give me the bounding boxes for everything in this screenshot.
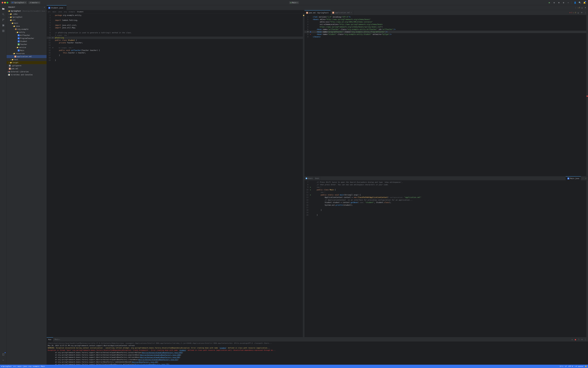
right-top-editor: 1<?xml version="1.0" encoding="UTF-8"?> …	[305, 15, 588, 176]
tree-item-resources[interactable]: ▾ 📁 resources	[7, 52, 47, 55]
more-console[interactable]: ⋮	[584, 338, 587, 341]
editor-tabs-actions: ⋮ ⚠3 ▲ ▼	[573, 5, 588, 10]
tree-item-org-example[interactable]: ▾ 📦 org.example	[7, 28, 47, 31]
left-scrollbar[interactable]	[303, 14, 305, 337]
tree-item-target[interactable]: ▶ 📁 target	[7, 61, 47, 64]
scroll-down-btn[interactable]: ▼	[584, 6, 587, 9]
close-student-tab[interactable]: ✕	[64, 7, 65, 9]
editor-tabs: S Student.java ✕ ⋮ ⚠3 ▲ ▼	[47, 5, 588, 10]
activity-icon-bookmarks[interactable]	[1, 352, 6, 357]
tree-item-entity[interactable]: ▾ 📁 entity	[7, 31, 47, 34]
tree-item-src[interactable]: ▾ 📁 src	[7, 19, 47, 22]
tree-item-teacher[interactable]: I Teacher	[7, 43, 47, 46]
clear-console[interactable]: ⊡	[580, 338, 584, 341]
tab-main-java[interactable]: M Main.java	[566, 176, 581, 180]
tree-item-scratches[interactable]: ▶ 📝 Scratches and Consoles	[7, 73, 47, 76]
title-bar: ST SpringTest ▾ ⎇ master ▾ ▶ Main ▾ ▶ ⚙ …	[0, 0, 588, 5]
project-name-button[interactable]: ST SpringTest ▾	[10, 1, 27, 4]
tab-student-java[interactable]: S Student.java ✕	[47, 5, 67, 10]
sub-tab-bean[interactable]: bean	[314, 176, 320, 180]
tree-item-springtest-dir[interactable]: ▶ 📁 SpringTest	[7, 16, 47, 19]
tab-application-xml[interactable]: X application.xml ✕	[331, 10, 353, 15]
editor-split: src › main › java › org › example › Stud…	[47, 10, 588, 337]
build-button[interactable]: ⚙	[552, 1, 556, 5]
tree-item-application-xml[interactable]: X application.xml	[7, 55, 47, 58]
error-badge: ⊗ 1	[569, 12, 572, 14]
right-menu-btn[interactable]: ⋮	[584, 11, 587, 14]
bottom-tab-main[interactable]: Main ✕	[53, 337, 62, 341]
main-scrollbar[interactable]	[586, 180, 588, 337]
run-config-button[interactable]: ▶ Main ▾	[289, 1, 299, 4]
svg-line-1	[4, 15, 4, 15]
tree-item-service[interactable]: ▾ 📁 service	[7, 46, 47, 49]
activity-icon-folder[interactable]	[1, 6, 6, 11]
scroll-up-right[interactable]: ▲	[577, 11, 580, 14]
svg-rect-10	[2, 31, 3, 32]
traffic-lights	[2, 2, 8, 3]
main-java-code[interactable]: 7 // Press Shift twice to open the Searc…	[305, 180, 588, 337]
main-layout: ⋯ Project ▾ ▾ 📁 SpringTest ~/Desktop/CS/…	[0, 5, 588, 365]
minimize-button[interactable]	[4, 2, 6, 3]
close-button[interactable]	[2, 2, 3, 3]
right-scrollbar[interactable]	[586, 15, 588, 176]
run-button[interactable]: ▶	[548, 1, 551, 5]
tree-item-springtest-root[interactable]: ▾ 📁 SpringTest ~/Desktop/CS/JavaEE/2 Jav…	[7, 9, 47, 13]
tree-item-student[interactable]: C Student	[7, 40, 47, 43]
activity-icon-search[interactable]	[1, 12, 6, 17]
status-indent[interactable]: ⇥ 4 spaces	[575, 366, 583, 367]
user-icon[interactable]: 👤	[573, 1, 577, 5]
search-everywhere-button[interactable]: ⊞	[557, 1, 561, 5]
console-line-3: WARNING: Exception encountered during co…	[48, 347, 587, 349]
right-bottom-actions: ⋮ ✓	[581, 176, 588, 180]
scroll-down-right[interactable]: ▼	[580, 11, 583, 14]
status-line-ending[interactable]: LF	[565, 366, 567, 367]
status-project[interactable]: ⊕ SpringTest	[1, 366, 12, 367]
status-check: ✓	[557, 366, 558, 367]
restart-btn[interactable]: ↺	[571, 338, 574, 341]
tree-item-main[interactable]: ▾ 📁 main	[7, 22, 47, 25]
stop-btn[interactable]: ■	[574, 338, 577, 341]
status-notifications[interactable]: 🔔	[585, 366, 587, 367]
more-actions-button[interactable]: ⋯	[566, 1, 570, 5]
svg-rect-8	[2, 30, 3, 31]
status-position[interactable]: 17:1	[560, 366, 563, 367]
menu-btn[interactable]: ⋮	[581, 177, 584, 180]
activity-bar: ⋯	[0, 5, 7, 365]
tree-item-java[interactable]: ▾ 📁 java	[7, 25, 47, 28]
tree-item-main-class[interactable]: C Main	[7, 49, 47, 52]
activity-icon-git[interactable]	[1, 17, 6, 22]
bottom-panel: Run Main ✕ ↺ ■ ⤵ ⊡ ⋮ /Users/eve/L	[47, 337, 588, 365]
console-line-6: at org.springframework.beans.factory.sup…	[48, 354, 587, 356]
right-editor-panel: M pom.xml (SpringTest) X application.xml…	[305, 10, 588, 337]
content-area: Project ▾ ▾ 📁 SpringTest ~/Desktop/CS/Ja…	[7, 5, 588, 365]
tree-item-artteacher[interactable]: C ArtTeacher	[7, 34, 47, 37]
tree-item-idea[interactable]: ▶ 📁 .idea	[7, 13, 47, 16]
notifications-icon[interactable]: 🔔	[582, 1, 586, 5]
status-encoding[interactable]: UTF-8	[569, 366, 573, 367]
activity-icon-plugins[interactable]	[1, 28, 6, 33]
editor-actions-menu[interactable]: ⋮	[574, 6, 577, 9]
settings-button[interactable]: ⚙	[562, 1, 566, 5]
tree-item-programteacher[interactable]: C ProgramTeacher	[7, 37, 47, 40]
check-btn[interactable]: ✓	[584, 177, 588, 180]
tab-pom-xml[interactable]: M pom.xml (SpringTest)	[305, 10, 331, 15]
sub-tab-beans[interactable]: ● beans	[305, 176, 314, 180]
maximize-button[interactable]	[7, 2, 8, 3]
close-application-xml-tab[interactable]: ✕	[351, 12, 352, 13]
tree-item-external-libraries[interactable]: ▶ 📚 External Libraries	[7, 70, 47, 73]
left-code-editor[interactable]: 1package org.example.entity; 2 3import l…	[47, 14, 305, 337]
scroll-to-end[interactable]: ⤵	[577, 338, 580, 341]
svg-rect-11	[3, 31, 4, 32]
svg-rect-6	[3, 24, 3, 26]
activity-icon-run[interactable]	[1, 23, 6, 28]
activity-icon-more[interactable]: ⋯	[1, 358, 6, 362]
bottom-tab-run[interactable]: Run	[47, 337, 53, 341]
branch-button[interactable]: ⎇ master ▾	[29, 1, 40, 4]
close-main-tab[interactable]: ✕	[59, 339, 60, 340]
tree-item-test[interactable]: ▶ 📁 test	[7, 58, 47, 61]
scroll-up-btn[interactable]: ▲	[580, 6, 584, 9]
tree-item-gitignore[interactable]: G .gitignore	[7, 64, 47, 67]
search-icon[interactable]: 🔍	[578, 1, 582, 5]
tree-item-pom-xml[interactable]: M pom.xml	[7, 67, 47, 70]
right-top-code[interactable]: 1<?xml version="1.0" encoding="UTF-8"?> …	[305, 15, 588, 176]
